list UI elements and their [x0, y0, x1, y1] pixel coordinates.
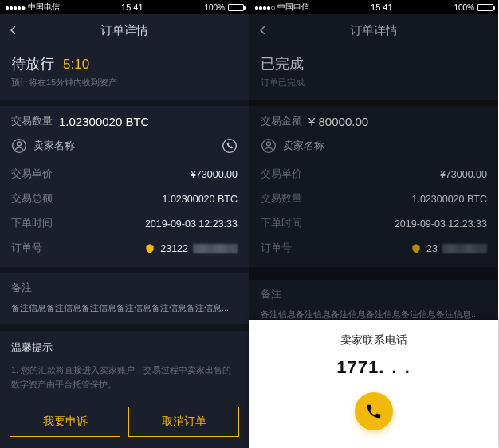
info-block: 交易金额 ¥ 80000.00 卖家名称 交易单价 ¥73000.00 交易数量… — [250, 106, 498, 273]
back-icon[interactable] — [257, 25, 269, 36]
carrier-label: 中国电信 — [28, 2, 60, 13]
amount-label: 交易数量 — [11, 114, 53, 128]
svg-point-2 — [223, 140, 237, 153]
svg-point-1 — [18, 142, 22, 146]
contact-sheet: 卖家联系电话 1771. . . — [250, 320, 498, 448]
status-title: 已完成 — [261, 56, 304, 72]
page-title: 订单详情 — [350, 23, 398, 38]
amount-value: ¥ 80000.00 — [308, 115, 368, 128]
call-button[interactable] — [355, 392, 393, 430]
tips-title: 温馨提示 — [11, 340, 238, 355]
order-status-block: 已完成 订单已完成 — [250, 46, 498, 106]
order-number: 23 — [426, 243, 438, 254]
remark-block: 备注 备注信息备注信息备注信息备注信息备注信息备注信息... — [0, 273, 249, 331]
remark-text: 备注信息备注信息备注信息备注信息备注信息备注信息... — [11, 301, 238, 315]
status-subtitle: 预计将在15分钟内收到资产 — [11, 77, 238, 88]
page-title: 订单详情 — [100, 23, 148, 38]
shield-icon — [144, 243, 155, 254]
cancel-order-button[interactable]: 取消订单 — [128, 407, 239, 437]
status-title: 待放行 — [11, 56, 54, 72]
row-orderno: 订单号 23122 — [11, 236, 238, 261]
row-qty: 交易数量 1.02300020 BTC — [261, 187, 487, 211]
row-price: 交易单价 ¥73000.00 — [261, 162, 487, 187]
battery-percent: 100% — [204, 3, 225, 12]
footer-buttons: 我要申诉 取消订单 — [0, 399, 249, 448]
overlay-phone-number: 1771. . . — [336, 357, 411, 378]
tips-line1: 1. 您的汇款将直接进入卖家账户，交易过程中卖家出售的数字资产由平台托管保护。 — [11, 363, 238, 392]
user-icon — [11, 138, 27, 154]
phone-left: ●●●●● 中国电信 15:41 100% 订单详情 待放行 5:10 预计将在… — [0, 0, 250, 448]
order-number: 23122 — [160, 243, 188, 254]
remark-title: 备注 — [261, 288, 487, 301]
remark-text: 备注信息备注信息备注信息备注信息备注信息备注信息... — [261, 308, 487, 321]
overlay-title: 卖家联系电话 — [340, 333, 407, 348]
phone-right: ●●●●○ 中国电信 15:41 100% 订单详情 已完成 订单已完成 交易金… — [250, 0, 499, 448]
row-time: 下单时间 2019-09-03 12:23:33 — [11, 211, 238, 236]
clock: 15:41 — [371, 2, 393, 12]
countdown-timer: 5:10 — [63, 57, 89, 72]
battery-icon — [477, 4, 493, 11]
info-block: 交易数量 1.02300020 BTC 卖家名称 交易单价 ¥73000.00 … — [0, 106, 249, 273]
row-total: 交易总额 1.02300020 BTC — [11, 187, 238, 211]
redacted-icon — [193, 244, 238, 253]
order-status-block: 待放行 5:10 预计将在15分钟内收到资产 — [0, 46, 249, 106]
remark-title: 备注 — [11, 281, 238, 295]
amount-label: 交易金额 — [261, 114, 302, 128]
carrier-label: 中国电信 — [277, 2, 309, 13]
shield-icon — [411, 243, 422, 254]
battery-icon — [228, 4, 244, 11]
signal-dots-icon: ●●●●○ — [254, 3, 274, 12]
battery-percent: 100% — [454, 3, 474, 12]
redacted-icon — [442, 244, 487, 253]
svg-point-4 — [267, 142, 271, 146]
header: 订单详情 — [0, 14, 249, 46]
amount-value: 1.02300020 BTC — [59, 115, 149, 128]
status-bar: ●●●●● 中国电信 15:41 100% — [0, 0, 249, 14]
signal-dots-icon: ●●●●● — [5, 3, 25, 12]
status-bar: ●●●●○ 中国电信 15:41 100% — [250, 0, 498, 14]
seller-name: 卖家名称 — [283, 139, 324, 153]
seller-name: 卖家名称 — [33, 139, 75, 153]
back-icon[interactable] — [8, 25, 19, 36]
status-subtitle: 订单已完成 — [261, 77, 487, 88]
clock: 15:41 — [121, 2, 143, 12]
phone-icon[interactable] — [222, 138, 238, 154]
tips-block: 温馨提示 1. 您的汇款将直接进入卖家账户，交易过程中卖家出售的数字资产由平台托… — [0, 331, 249, 399]
row-time: 下单时间 2019-09-03 12:23:33 — [261, 211, 487, 236]
row-orderno: 订单号 23 — [261, 236, 487, 261]
user-icon — [261, 138, 277, 154]
complain-button[interactable]: 我要申诉 — [10, 407, 120, 437]
row-price: 交易单价 ¥73000.00 — [11, 162, 238, 187]
header: 订单详情 — [250, 14, 498, 46]
